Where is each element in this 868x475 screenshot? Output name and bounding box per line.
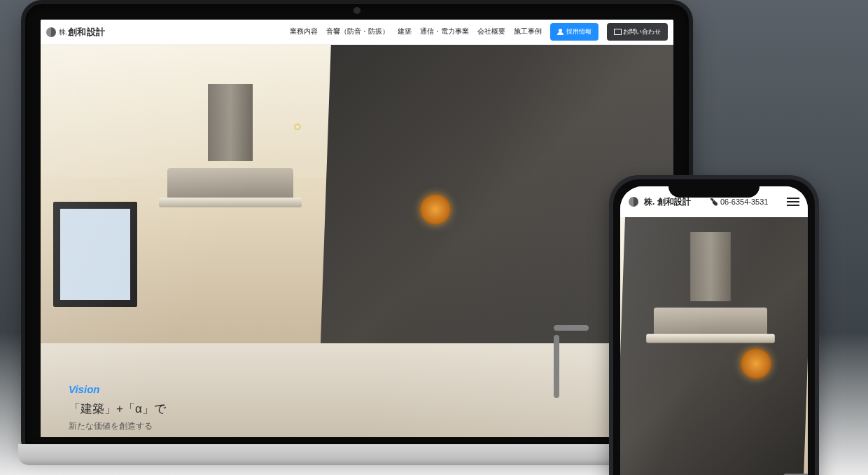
hero-window [53,202,137,307]
nav-item-architecture[interactable]: 建築 [398,27,412,36]
mobile-phone-number: 06-6354-3531 [720,198,769,206]
range-hood-rim [159,198,302,207]
vision-block: Vision 「建築」+「α」で 新たな価値を創造する [69,381,166,433]
nav-item-acoustics[interactable]: 音響（防音・防振） [326,27,389,36]
logo-prefix: 株. [59,27,68,37]
recruit-button-label: 採用情報 [566,27,592,36]
laptop-screen: 株. 創和設計 業務内容 音響（防音・防振） 建築 通信・電力事業 会社概要 施… [41,20,673,437]
logo-icon [629,197,638,207]
mobile-hero: Vision [620,217,808,475]
hero-section: Vision 「建築」+「α」で 新たな価値を創造する [41,45,673,437]
logo-icon [46,27,56,37]
laptop-camera [354,7,360,14]
hamburger-line-icon [787,201,799,202]
person-icon [557,29,564,35]
logo-text: 創和設計 [68,26,106,39]
pendant-light-icon [741,348,771,379]
site-header: 株. 創和設計 業務内容 音響（防音・防振） 建築 通信・電力事業 会社概要 施… [41,20,673,45]
vision-headline: 「建築」+「α」で [69,399,166,418]
vision-subline: 新たな価値を創造する [69,420,166,433]
pendant-light-icon [420,194,451,225]
range-hood-duct [208,84,253,161]
nav-item-telecom-power[interactable]: 通信・電力事業 [420,27,469,36]
phone-icon [710,198,718,206]
laptop-mockup: 株. 創和設計 業務内容 音響（防音・防振） 建築 通信・電力事業 会社概要 施… [21,0,693,448]
laptop-base [18,444,696,465]
phone-screen: 株. 創和設計 06-6354-3531 [620,186,808,475]
hamburger-line-icon [787,205,799,206]
mobile-logo-prefix: 株. [644,196,654,208]
nav-item-company[interactable]: 会社概要 [477,27,505,36]
phone-notch [668,179,760,198]
mobile-phone-link[interactable]: 06-6354-3531 [710,198,769,206]
hamburger-line-icon [787,198,799,199]
range-hood-rim [646,334,775,343]
contact-button[interactable]: お問い合わせ [607,23,668,41]
ceiling-light-icon [294,123,301,130]
phone-mockup: 株. 創和設計 06-6354-3531 [609,175,819,475]
faucet-icon [554,335,559,398]
range-hood [654,232,767,339]
mail-icon [614,29,620,35]
range-hood-duct [690,232,731,301]
mobile-logo[interactable]: 株. 創和設計 [629,196,691,208]
hamburger-menu-button[interactable] [787,198,799,206]
nav-item-works[interactable]: 施工事例 [514,27,542,36]
contact-button-label: お問い合わせ [623,27,661,36]
recruit-button[interactable]: 採用情報 [550,23,598,41]
nav-item-services[interactable]: 業務内容 [290,27,318,36]
vision-label: Vision [69,381,166,398]
range-hood [167,84,293,203]
mobile-logo-text: 創和設計 [657,196,691,208]
primary-nav: 業務内容 音響（防音・防振） 建築 通信・電力事業 会社概要 施工事例 採用情報… [290,23,668,41]
